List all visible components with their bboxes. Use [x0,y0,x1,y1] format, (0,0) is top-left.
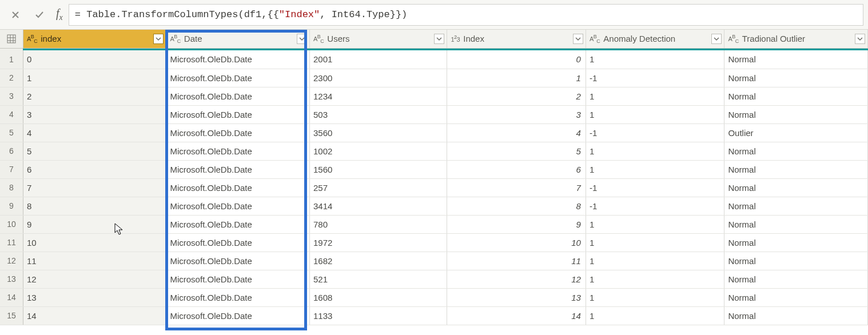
column-filter-button[interactable] [711,34,722,44]
cell-index_lc[interactable]: 4 [23,123,166,142]
cell-users[interactable]: 1682 [310,252,447,270]
cell-index_num[interactable]: 5 [447,142,586,160]
row-number[interactable]: 4 [0,105,23,123]
cell-index_num[interactable]: 11 [447,252,586,270]
table-row[interactable]: 109Microsoft.OleDb.Date78091Normal [0,215,868,233]
cell-date[interactable]: Microsoft.OleDb.Date [166,69,310,87]
cell-users[interactable]: 2300 [310,69,447,87]
table-row[interactable]: 1110Microsoft.OleDb.Date1972101Normal [0,233,868,252]
cell-users[interactable]: 257 [310,178,447,197]
cell-index_lc[interactable]: 5 [23,142,166,160]
cell-users[interactable]: 1972 [310,233,447,252]
cell-index_num[interactable]: 12 [447,270,586,288]
row-number[interactable]: 1 [0,50,23,69]
cell-anomaly[interactable]: 1 [586,50,724,69]
row-number[interactable]: 10 [0,215,23,233]
table-row[interactable]: 87Microsoft.OleDb.Date2577-1Normal [0,178,868,197]
cell-users[interactable]: 1608 [310,288,447,306]
column-filter-button[interactable] [153,34,164,44]
cell-trad[interactable]: Normal [724,215,868,233]
cell-users[interactable]: 503 [310,105,447,123]
cell-index_num[interactable]: 13 [447,288,586,306]
row-number[interactable]: 7 [0,160,23,178]
cell-date[interactable]: Microsoft.OleDb.Date [166,233,310,252]
cell-index_num[interactable]: 6 [447,160,586,178]
cell-anomaly[interactable]: 1 [586,215,724,233]
cell-date[interactable]: Microsoft.OleDb.Date [166,197,310,215]
cell-users[interactable]: 521 [310,270,447,288]
row-number[interactable]: 13 [0,270,23,288]
cell-index_num[interactable]: 8 [447,197,586,215]
cell-date[interactable]: Microsoft.OleDb.Date [166,160,310,178]
row-number[interactable]: 11 [0,233,23,252]
cell-index_lc[interactable]: 2 [23,87,166,105]
cell-anomaly[interactable]: 1 [586,105,724,123]
cell-index_lc[interactable]: 1 [23,69,166,87]
column-header-index_lc[interactable]: ABCindex [23,30,166,48]
cell-users[interactable]: 1133 [310,306,447,325]
cell-trad[interactable]: Normal [724,178,868,197]
cell-users[interactable]: 2001 [310,50,447,69]
table-row[interactable]: 32Microsoft.OleDb.Date123421Normal [0,87,868,105]
column-header-anomaly[interactable]: ABCAnomaly Detection [586,30,724,48]
row-number[interactable]: 9 [0,197,23,215]
table-row[interactable]: 54Microsoft.OleDb.Date35604-1Outlier [0,123,868,142]
cell-anomaly[interactable]: -1 [586,197,724,215]
cell-anomaly[interactable]: -1 [586,123,724,142]
cancel-formula-button[interactable] [5,4,26,26]
cell-index_num[interactable]: 14 [447,306,586,325]
cell-trad[interactable]: Normal [724,87,868,105]
cell-anomaly[interactable]: 1 [586,306,724,325]
cell-date[interactable]: Microsoft.OleDb.Date [166,252,310,270]
cell-trad[interactable]: Normal [724,105,868,123]
cell-index_lc[interactable]: 13 [23,288,166,306]
cell-date[interactable]: Microsoft.OleDb.Date [166,306,310,325]
cell-trad[interactable]: Normal [724,160,868,178]
cell-anomaly[interactable]: 1 [586,270,724,288]
column-filter-button[interactable] [855,34,865,44]
cell-anomaly[interactable]: 1 [586,87,724,105]
cell-anomaly[interactable]: -1 [586,69,724,87]
cell-date[interactable]: Microsoft.OleDb.Date [166,215,310,233]
cell-index_num[interactable]: 3 [447,105,586,123]
cell-index_lc[interactable]: 12 [23,270,166,288]
cell-users[interactable]: 1234 [310,87,447,105]
cell-trad[interactable]: Normal [724,306,868,325]
cell-users[interactable]: 1002 [310,142,447,160]
cell-anomaly[interactable]: 1 [586,233,724,252]
cell-date[interactable]: Microsoft.OleDb.Date [166,142,310,160]
table-row[interactable]: 98Microsoft.OleDb.Date34148-1Normal [0,197,868,215]
cell-index_num[interactable]: 9 [447,215,586,233]
row-number[interactable]: 12 [0,252,23,270]
cell-index_num[interactable]: 10 [447,233,586,252]
cell-index_lc[interactable]: 3 [23,105,166,123]
cell-anomaly[interactable]: 1 [586,288,724,306]
table-row[interactable]: 21Microsoft.OleDb.Date23001-1Normal [0,69,868,87]
formula-input[interactable]: = Table.TransformColumnTypes(df1,{{ "Ind… [69,4,863,26]
table-row[interactable]: 1312Microsoft.OleDb.Date521121Normal [0,270,868,288]
row-number[interactable]: 8 [0,178,23,197]
cell-index_lc[interactable]: 11 [23,252,166,270]
table-row[interactable]: 1514Microsoft.OleDb.Date1133141Normal [0,306,868,325]
cell-index_lc[interactable]: 7 [23,178,166,197]
column-header-users[interactable]: ABCUsers [310,30,447,48]
row-number[interactable]: 6 [0,142,23,160]
cell-index_num[interactable]: 1 [447,69,586,87]
cell-date[interactable]: Microsoft.OleDb.Date [166,288,310,306]
cell-index_num[interactable]: 7 [447,178,586,197]
cell-anomaly[interactable]: 1 [586,142,724,160]
cell-date[interactable]: Microsoft.OleDb.Date [166,87,310,105]
cell-date[interactable]: Microsoft.OleDb.Date [166,105,310,123]
column-header-date[interactable]: ABCDate [166,30,310,48]
cell-users[interactable]: 1560 [310,160,447,178]
table-row[interactable]: 1413Microsoft.OleDb.Date1608131Normal [0,288,868,306]
table-row[interactable]: 43Microsoft.OleDb.Date50331Normal [0,105,868,123]
column-header-index_num[interactable]: 123Index [447,30,586,48]
cell-trad[interactable]: Normal [724,270,868,288]
cell-trad[interactable]: Normal [724,197,868,215]
row-number[interactable]: 14 [0,288,23,306]
row-number[interactable]: 15 [0,306,23,325]
cell-index_lc[interactable]: 6 [23,160,166,178]
row-number[interactable]: 2 [0,69,23,87]
cell-trad[interactable]: Outlier [724,123,868,142]
